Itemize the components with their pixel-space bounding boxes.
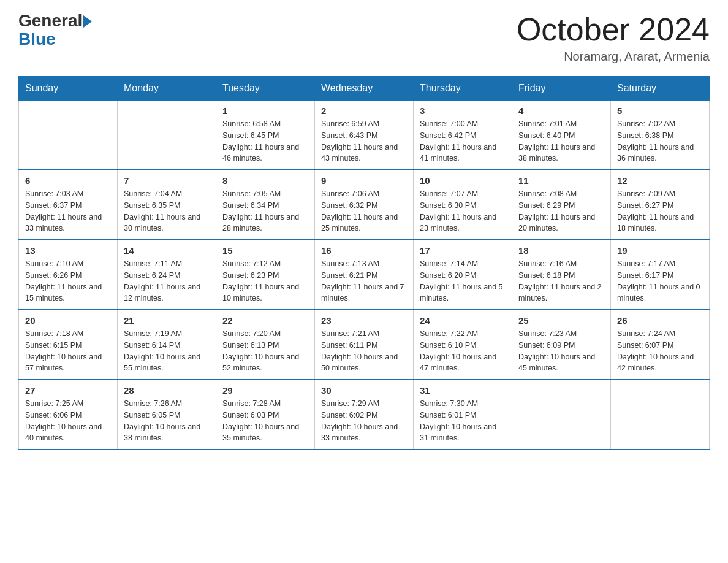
day-info: Sunrise: 7:09 AM Sunset: 6:27 PM Dayligh… [617,188,703,234]
calendar-cell: 30Sunrise: 7:29 AM Sunset: 6:02 PM Dayli… [315,380,414,450]
calendar-cell: 13Sunrise: 7:10 AM Sunset: 6:26 PM Dayli… [19,240,118,310]
day-number: 9 [321,175,407,186]
day-header-saturday: Saturday [611,77,710,101]
day-info: Sunrise: 7:11 AM Sunset: 6:24 PM Dayligh… [124,258,210,304]
logo-blue-text: Blue [18,29,56,49]
calendar-cell: 31Sunrise: 7:30 AM Sunset: 6:01 PM Dayli… [414,380,512,450]
week-row-1: 1Sunrise: 6:58 AM Sunset: 6:45 PM Daylig… [19,101,710,170]
day-info: Sunrise: 7:10 AM Sunset: 6:26 PM Dayligh… [25,258,111,304]
day-number: 21 [124,315,210,326]
calendar-cell: 14Sunrise: 7:11 AM Sunset: 6:24 PM Dayli… [118,240,216,310]
day-number: 31 [420,385,506,396]
day-header-friday: Friday [512,77,611,101]
calendar-cell: 26Sunrise: 7:24 AM Sunset: 6:07 PM Dayli… [611,310,710,380]
calendar-title: October 2024 [517,12,710,47]
calendar-cell [512,380,611,450]
day-number: 26 [617,315,703,326]
day-info: Sunrise: 7:05 AM Sunset: 6:34 PM Dayligh… [222,188,308,234]
day-number: 23 [321,315,407,326]
day-info: Sunrise: 7:08 AM Sunset: 6:29 PM Dayligh… [518,188,604,234]
calendar-cell: 8Sunrise: 7:05 AM Sunset: 6:34 PM Daylig… [216,170,315,240]
calendar-cell: 6Sunrise: 7:03 AM Sunset: 6:37 PM Daylig… [19,170,118,240]
day-info: Sunrise: 7:24 AM Sunset: 6:07 PM Dayligh… [617,328,703,374]
day-header-wednesday: Wednesday [315,77,414,101]
calendar-cell [19,101,118,170]
day-header-thursday: Thursday [414,77,512,101]
day-info: Sunrise: 7:21 AM Sunset: 6:11 PM Dayligh… [321,328,407,374]
logo-arrow-icon [83,15,92,28]
day-number: 24 [420,315,506,326]
day-info: Sunrise: 6:58 AM Sunset: 6:45 PM Dayligh… [222,118,308,164]
calendar-cell: 2Sunrise: 6:59 AM Sunset: 6:43 PM Daylig… [315,101,414,170]
header-row: SundayMondayTuesdayWednesdayThursdayFrid… [19,77,710,101]
calendar-cell: 25Sunrise: 7:23 AM Sunset: 6:09 PM Dayli… [512,310,611,380]
title-area: October 2024 Noramarg, Ararat, Armenia [517,12,710,64]
day-number: 4 [518,105,604,116]
calendar-cell: 19Sunrise: 7:17 AM Sunset: 6:17 PM Dayli… [611,240,710,310]
calendar-cell [118,101,216,170]
day-info: Sunrise: 7:16 AM Sunset: 6:18 PM Dayligh… [518,258,604,304]
calendar-cell: 18Sunrise: 7:16 AM Sunset: 6:18 PM Dayli… [512,240,611,310]
calendar-table: SundayMondayTuesdayWednesdayThursdayFrid… [18,76,710,450]
day-number: 7 [124,175,210,186]
day-number: 11 [518,175,604,186]
day-info: Sunrise: 7:06 AM Sunset: 6:32 PM Dayligh… [321,188,407,234]
calendar-cell: 24Sunrise: 7:22 AM Sunset: 6:10 PM Dayli… [414,310,512,380]
calendar-cell [611,380,710,450]
logo: General Blue [18,12,92,49]
day-number: 28 [124,385,210,396]
day-number: 25 [518,315,604,326]
day-header-sunday: Sunday [19,77,118,101]
day-info: Sunrise: 7:13 AM Sunset: 6:21 PM Dayligh… [321,258,407,304]
day-number: 16 [321,245,407,256]
week-row-3: 13Sunrise: 7:10 AM Sunset: 6:26 PM Dayli… [19,240,710,310]
logo-general-text: General [18,12,82,29]
day-number: 19 [617,245,703,256]
day-info: Sunrise: 7:01 AM Sunset: 6:40 PM Dayligh… [518,118,604,164]
calendar-cell: 27Sunrise: 7:25 AM Sunset: 6:06 PM Dayli… [19,380,118,450]
calendar-cell: 15Sunrise: 7:12 AM Sunset: 6:23 PM Dayli… [216,240,315,310]
day-number: 14 [124,245,210,256]
day-info: Sunrise: 7:00 AM Sunset: 6:42 PM Dayligh… [420,118,506,164]
day-info: Sunrise: 7:02 AM Sunset: 6:38 PM Dayligh… [617,118,703,164]
day-number: 29 [222,385,308,396]
day-info: Sunrise: 7:03 AM Sunset: 6:37 PM Dayligh… [25,188,111,234]
day-info: Sunrise: 7:19 AM Sunset: 6:14 PM Dayligh… [124,328,210,374]
day-number: 18 [518,245,604,256]
calendar-cell: 10Sunrise: 7:07 AM Sunset: 6:30 PM Dayli… [414,170,512,240]
calendar-cell: 1Sunrise: 6:58 AM Sunset: 6:45 PM Daylig… [216,101,315,170]
day-info: Sunrise: 7:29 AM Sunset: 6:02 PM Dayligh… [321,398,407,444]
day-number: 10 [420,175,506,186]
calendar-cell: 29Sunrise: 7:28 AM Sunset: 6:03 PM Dayli… [216,380,315,450]
calendar-cell: 12Sunrise: 7:09 AM Sunset: 6:27 PM Dayli… [611,170,710,240]
day-info: Sunrise: 7:20 AM Sunset: 6:13 PM Dayligh… [222,328,308,374]
calendar-cell: 23Sunrise: 7:21 AM Sunset: 6:11 PM Dayli… [315,310,414,380]
day-info: Sunrise: 7:18 AM Sunset: 6:15 PM Dayligh… [25,328,111,374]
day-info: Sunrise: 7:26 AM Sunset: 6:05 PM Dayligh… [124,398,210,444]
calendar-subtitle: Noramarg, Ararat, Armenia [517,50,710,64]
week-row-5: 27Sunrise: 7:25 AM Sunset: 6:06 PM Dayli… [19,380,710,450]
day-number: 13 [25,245,111,256]
day-info: Sunrise: 7:12 AM Sunset: 6:23 PM Dayligh… [222,258,308,304]
day-info: Sunrise: 7:07 AM Sunset: 6:30 PM Dayligh… [420,188,506,234]
day-number: 2 [321,105,407,116]
day-number: 22 [222,315,308,326]
day-info: Sunrise: 7:04 AM Sunset: 6:35 PM Dayligh… [124,188,210,234]
day-info: Sunrise: 7:25 AM Sunset: 6:06 PM Dayligh… [25,398,111,444]
week-row-2: 6Sunrise: 7:03 AM Sunset: 6:37 PM Daylig… [19,170,710,240]
day-number: 15 [222,245,308,256]
day-number: 8 [222,175,308,186]
day-header-monday: Monday [118,77,216,101]
day-info: Sunrise: 7:14 AM Sunset: 6:20 PM Dayligh… [420,258,506,304]
day-number: 30 [321,385,407,396]
calendar-cell: 4Sunrise: 7:01 AM Sunset: 6:40 PM Daylig… [512,101,611,170]
day-number: 3 [420,105,506,116]
day-info: Sunrise: 6:59 AM Sunset: 6:43 PM Dayligh… [321,118,407,164]
calendar-cell: 11Sunrise: 7:08 AM Sunset: 6:29 PM Dayli… [512,170,611,240]
day-number: 12 [617,175,703,186]
day-info: Sunrise: 7:17 AM Sunset: 6:17 PM Dayligh… [617,258,703,304]
day-number: 5 [617,105,703,116]
calendar-cell: 7Sunrise: 7:04 AM Sunset: 6:35 PM Daylig… [118,170,216,240]
day-info: Sunrise: 7:28 AM Sunset: 6:03 PM Dayligh… [222,398,308,444]
day-info: Sunrise: 7:22 AM Sunset: 6:10 PM Dayligh… [420,328,506,374]
